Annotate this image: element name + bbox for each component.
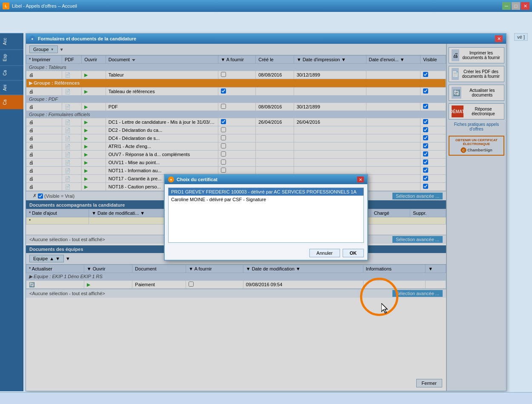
cert-dialog-icon: ● (168, 176, 174, 182)
cert-1-label: PRO1 GREVEY FREDERIC 100003 (171, 189, 247, 194)
sidebar-tab-ca2[interactable]: Ca (0, 95, 23, 109)
top-right-notice: vé ] (514, 33, 528, 41)
sidebar-tab-acc[interactable]: Acc (0, 33, 23, 49)
formulaires-icon: ● (29, 36, 35, 42)
cert-1-issuer: - délivré par AC SERVICES PROFESSIONNELS… (248, 189, 357, 194)
annuler-btn[interactable]: Annuler (309, 249, 340, 257)
app-icon: L (3, 3, 9, 9)
cert-dialog-overlay: ● Choix du certificat ✕ PRO1 GREVEY FRED… (26, 44, 506, 391)
title-bar: L Libel - Appels d'offres -- Accueil ─ □… (0, 0, 532, 12)
sidebar-tab-ca1[interactable]: Ca (0, 65, 23, 80)
cert-item-1[interactable]: PRO1 GREVEY FREDERIC 100003 - délivré pa… (169, 188, 363, 196)
window-title: Libel - Appels d'offres -- Accueil (12, 3, 77, 9)
cert-list[interactable]: PRO1 GREVEY FREDERIC 100003 - délivré pa… (168, 188, 364, 243)
svg-marker-2 (381, 303, 387, 313)
cert-item-2[interactable]: Caroline MOINE - délivré par CSF - Signa… (169, 196, 363, 203)
formulaires-titlebar: ● Formulaires et documents de la candida… (26, 34, 506, 44)
cert-dialog-footer: Annuler OK (165, 246, 367, 260)
cert-dialog: ● Choix du certificat ✕ PRO1 GREVEY FRED… (164, 174, 368, 261)
sidebar-tab-ani[interactable]: Ani (0, 80, 23, 95)
cert-2-issuer: - délivré par CSF - Signature (206, 197, 266, 202)
sidebar-tab-esp[interactable]: Esp (0, 49, 23, 65)
cursor-icon (381, 303, 390, 316)
status-bar (0, 392, 532, 404)
cert-dialog-titlebar: ● Choix du certificat ✕ (165, 175, 367, 184)
formulaires-modal: ● Formulaires et documents de la candida… (26, 33, 506, 391)
formulaires-title: Formulaires et documents de la candidatu… (38, 36, 136, 41)
main-window: Acc Esp Ca Ani Ca vé ] ● Formulaires et … (0, 12, 532, 404)
close-button[interactable]: ✕ (521, 2, 529, 10)
minimize-button[interactable]: ─ (502, 2, 511, 10)
cert-dialog-title: Choix du certificat (177, 177, 217, 182)
cert-dialog-body: PRO1 GREVEY FREDERIC 100003 - délivré pa… (165, 184, 367, 246)
window-controls: ─ □ ✕ (502, 2, 529, 10)
maximize-button[interactable]: □ (512, 2, 520, 10)
formulaires-close-button[interactable]: ✕ (495, 35, 503, 42)
sidebar-tabs: Acc Esp Ca Ani Ca (0, 33, 23, 391)
ok-btn[interactable]: OK (343, 249, 364, 257)
cert-dialog-close-btn[interactable]: ✕ (357, 176, 364, 182)
ok-circle-annotation (360, 278, 398, 316)
cert-2-label: Caroline MOINE (171, 197, 205, 202)
